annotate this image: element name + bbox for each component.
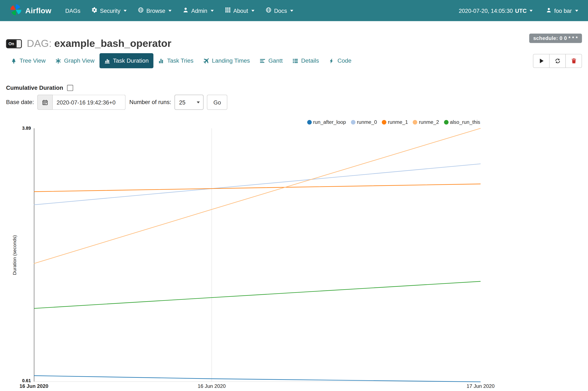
nav-item-label: DAGs (65, 7, 80, 14)
asterisk-icon (56, 58, 61, 64)
clock-text: 2020-07-20, 14:05:30 (459, 7, 513, 14)
brand-title: Airflow (25, 6, 51, 15)
y-axis-label: Duration (seconds) (12, 235, 17, 275)
nav-item-docs[interactable]: Docs (260, 0, 299, 21)
trigger-dag-button[interactable] (533, 54, 550, 68)
cumulative-duration-checkbox[interactable] (67, 85, 73, 91)
globe-icon (138, 7, 144, 14)
chevron-down-icon (530, 10, 532, 11)
x-axis-tick-label: 16 Jun 2020 (197, 384, 226, 389)
chevron-down-icon (211, 10, 214, 11)
user-icon (183, 7, 189, 14)
nav-item-dags[interactable]: DAGs (60, 0, 86, 21)
chart-form-row: Base date: Number of runs: 25 Go (6, 95, 227, 110)
dag-title-prefix: DAG: (27, 38, 52, 49)
legend-dot (382, 120, 387, 124)
tab-details[interactable]: Details (287, 53, 324, 68)
legend-dot (351, 120, 356, 124)
tab-label: Task Tries (167, 57, 194, 64)
dag-pause-toggle[interactable]: On (6, 39, 22, 48)
tab-task-duration[interactable]: Task Duration (99, 53, 153, 68)
base-date-label: Base date: (6, 99, 34, 105)
refresh-icon (555, 58, 560, 64)
legend-label: runme_2 (419, 119, 439, 125)
delete-dag-button[interactable] (565, 54, 582, 68)
legend-label: run_after_loop (313, 119, 346, 125)
username: foo bar (554, 7, 572, 14)
plane-icon (203, 58, 209, 64)
tab-graph-view[interactable]: Graph View (50, 53, 99, 68)
tree-icon (11, 58, 17, 64)
tab-label: Code (337, 57, 352, 64)
tab-label: Details (301, 57, 319, 64)
legend-item[interactable]: run_after_loop (307, 119, 346, 125)
calendar-button[interactable] (37, 95, 53, 110)
calendar-icon (42, 99, 48, 105)
page-title: DAG:example_bash_operator (27, 38, 171, 49)
utc-clock-menu[interactable]: 2020-07-20, 14:05:30 UTC (459, 7, 532, 14)
cumulative-duration-row: Cumulative Duration (6, 85, 73, 91)
screenshot-stage: Airflow DAGs Security Browse (0, 0, 588, 391)
bar-chart-icon (104, 58, 110, 64)
dag-name: example_bash_operator (54, 38, 171, 49)
nav-item-label: Admin (191, 7, 207, 14)
refresh-button[interactable] (549, 54, 566, 68)
nav-item-label: Browse (146, 7, 165, 14)
y-axis-label-wrap: Duration (seconds) (11, 128, 18, 382)
legend-label: also_run_this (450, 119, 480, 125)
nav-item-label: Docs (274, 7, 287, 14)
chart-legend: run_after_looprunme_0runme_1runme_2also_… (307, 119, 480, 125)
cumulative-duration-label: Cumulative Duration (6, 85, 63, 91)
globe-icon (266, 7, 271, 14)
x-axis-tick-label: 16 Jun 2020 (19, 384, 48, 389)
tab-landing-times[interactable]: Landing Times (198, 53, 255, 68)
nav-item-browse[interactable]: Browse (132, 0, 178, 21)
base-date-input[interactable] (53, 95, 125, 110)
tab-label: Gantt (268, 57, 283, 64)
toggle-knob (16, 40, 21, 47)
y-axis-tick-max: 3.89 (13, 126, 31, 131)
nav-item-label: About (233, 7, 248, 14)
chevron-down-icon (124, 10, 127, 11)
legend-item[interactable]: runme_2 (413, 119, 439, 125)
number-of-runs-label: Number of runs: (129, 99, 171, 105)
top-navbar: Airflow DAGs Security Browse (0, 0, 588, 21)
base-date-input-group (37, 95, 126, 110)
airflow-logo-icon (10, 4, 22, 17)
legend-item[interactable]: runme_1 (382, 119, 408, 125)
tab-gantt[interactable]: Gantt (255, 53, 287, 68)
x-axis-tick-label: 17 Jun 2020 (467, 384, 495, 389)
plot-area (34, 128, 481, 382)
legend-item[interactable]: also_run_this (444, 119, 480, 125)
grid-icon (225, 7, 231, 14)
tab-code[interactable]: Code (324, 53, 356, 68)
plot-wrap (34, 128, 481, 382)
number-of-runs-select[interactable]: 25 (175, 95, 203, 110)
chevron-down-icon (251, 10, 254, 11)
tab-label: Tree View (19, 57, 46, 64)
nav-item-security[interactable]: Security (86, 0, 132, 21)
nav-item-admin[interactable]: Admin (177, 0, 219, 21)
nav-item-label: Security (100, 7, 120, 14)
tab-label: Graph View (64, 57, 94, 64)
selected-runs-value: 25 (179, 99, 186, 105)
user-menu[interactable]: foo bar (546, 7, 578, 14)
airflow-brand[interactable]: Airflow (10, 4, 52, 17)
tab-task-tries[interactable]: Task Tries (153, 53, 198, 68)
bolt-icon (329, 58, 334, 64)
legend-item[interactable]: runme_0 (351, 119, 377, 125)
tab-tree-view[interactable]: Tree View (6, 53, 51, 68)
navbar-right: 2020-07-20, 14:05:30 UTC foo bar (459, 7, 578, 14)
legend-label: runme_0 (357, 119, 377, 125)
tab-label: Task Duration (113, 57, 149, 64)
nav-item-about[interactable]: About (219, 0, 260, 21)
tab-label: Landing Times (212, 57, 250, 64)
trash-icon (571, 58, 577, 64)
chevron-down-icon (575, 10, 578, 11)
nav-menu: DAGs Security Browse Admin (60, 0, 299, 21)
legend-label: runme_1 (388, 119, 408, 125)
list-icon (293, 58, 298, 64)
go-button[interactable]: Go (207, 95, 227, 110)
toggle-on-label: On (7, 40, 16, 47)
x-axis-labels: 16 Jun 202016 Jun 202017 Jun 2020 (34, 384, 481, 391)
